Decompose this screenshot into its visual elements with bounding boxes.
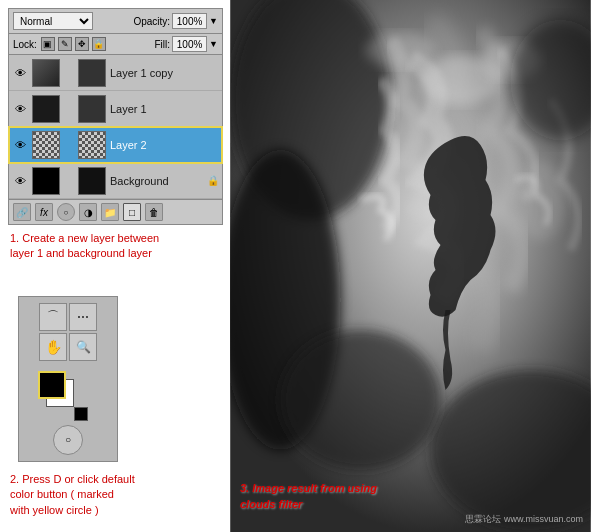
layers-toolbar: 🔗 fx ○ ◑ 📁 □ 🗑 bbox=[9, 199, 222, 224]
chain-layer1copy bbox=[64, 59, 74, 87]
layer-row-background[interactable]: 👁 Background 🔒 bbox=[9, 163, 222, 199]
eye-icon-layer1[interactable]: 👁 bbox=[12, 101, 28, 117]
layer-name-layer1copy: Layer 1 copy bbox=[110, 67, 173, 79]
ellipse-tool[interactable]: ○ bbox=[53, 425, 83, 455]
layer-row-layer1copy[interactable]: 👁 Layer 1 copy bbox=[9, 55, 222, 91]
adjustment-btn[interactable]: ◑ bbox=[79, 203, 97, 221]
lock-icons: ▣ ✎ ✥ 🔒 bbox=[41, 37, 106, 51]
caption-step3: 3. Image result from using clouds filter bbox=[240, 481, 377, 512]
step3-text: 3. Image result from using clouds filter bbox=[240, 482, 377, 509]
new-layer-btn[interactable]: □ bbox=[123, 203, 141, 221]
layers-panel: Normal Opacity: ▼ Lock: ▣ ✎ ✥ 🔒 Fill: ▼ bbox=[8, 8, 223, 225]
eye-icon-background[interactable]: 👁 bbox=[12, 173, 28, 189]
lock-transparency[interactable]: ▣ bbox=[41, 37, 55, 51]
opacity-input[interactable] bbox=[172, 13, 207, 29]
layer-name-layer1: Layer 1 bbox=[110, 103, 147, 115]
lock-label: Lock: bbox=[13, 39, 37, 50]
swatch-highlight bbox=[38, 371, 66, 399]
chain-background bbox=[64, 167, 74, 195]
chain-layer1 bbox=[64, 95, 74, 123]
step1-text: 1. Create a new layer between layer 1 an… bbox=[10, 232, 159, 259]
ellipse-icon: ○ bbox=[65, 434, 71, 445]
lock-icon-background: 🔒 bbox=[207, 175, 219, 186]
thumb2-layer1 bbox=[78, 95, 106, 123]
delete-layer-btn[interactable]: 🗑 bbox=[145, 203, 163, 221]
blend-mode-select[interactable]: Normal bbox=[13, 12, 93, 30]
right-panel: 3. Image result from using clouds filter… bbox=[230, 0, 591, 532]
thumb2-layer2 bbox=[78, 131, 106, 159]
lock-row: Lock: ▣ ✎ ✥ 🔒 Fill: ▼ bbox=[9, 34, 222, 55]
chain-layer2 bbox=[64, 131, 74, 159]
link-layers-btn[interactable]: 🔗 bbox=[13, 203, 31, 221]
fill-group: Fill: ▼ bbox=[155, 36, 218, 52]
thumb-layer2 bbox=[32, 131, 60, 159]
lock-all[interactable]: 🔒 bbox=[92, 37, 106, 51]
tools-section: ⌒ ⋯ ✋ 🔍 ○ bbox=[8, 278, 222, 462]
thumb-layer1 bbox=[32, 95, 60, 123]
opacity-label: Opacity: bbox=[133, 16, 170, 27]
opacity-group: Opacity: ▼ bbox=[133, 13, 218, 29]
layers-header: Normal Opacity: ▼ bbox=[9, 9, 222, 34]
default-colors-icon[interactable] bbox=[74, 407, 88, 421]
color-swatches bbox=[38, 371, 98, 421]
zoom-tool[interactable]: 🔍 bbox=[69, 333, 97, 361]
magic-wand-tool[interactable]: ⋯ bbox=[69, 303, 97, 331]
thumb-background bbox=[32, 167, 60, 195]
smoke-image bbox=[230, 0, 591, 532]
fx-btn[interactable]: fx bbox=[35, 203, 53, 221]
tools-panel: ⌒ ⋯ ✋ 🔍 ○ bbox=[18, 296, 118, 462]
layer-name-layer2: Layer 2 bbox=[110, 139, 147, 151]
hand-tool[interactable]: ✋ bbox=[39, 333, 67, 361]
eye-icon-layer2[interactable]: 👁 bbox=[12, 137, 28, 153]
svg-point-9 bbox=[281, 330, 441, 470]
group-btn[interactable]: 📁 bbox=[101, 203, 119, 221]
layer-row-layer1[interactable]: 👁 Layer 1 bbox=[9, 91, 222, 127]
eye-icon-layer1copy[interactable]: 👁 bbox=[12, 65, 28, 81]
step2-text: 2. Press D or click default color button… bbox=[10, 473, 135, 516]
layer-row-layer2[interactable]: 👁 Layer 2 bbox=[9, 127, 222, 163]
opacity-arrow[interactable]: ▼ bbox=[209, 16, 218, 26]
thumb2-background bbox=[78, 167, 106, 195]
instruction-step1: 1. Create a new layer between layer 1 an… bbox=[8, 231, 222, 262]
left-panel: Normal Opacity: ▼ Lock: ▣ ✎ ✥ 🔒 Fill: ▼ bbox=[0, 0, 230, 532]
lock-paint[interactable]: ✎ bbox=[58, 37, 72, 51]
fill-label: Fill: bbox=[155, 39, 171, 50]
thumb-layer1copy bbox=[32, 59, 60, 87]
mask-btn[interactable]: ○ bbox=[57, 203, 75, 221]
instruction-step2: 2. Press D or click default color button… bbox=[8, 472, 222, 518]
svg-point-6 bbox=[366, 32, 436, 68]
lasso-tool[interactable]: ⌒ bbox=[39, 303, 67, 331]
fill-input[interactable] bbox=[172, 36, 207, 52]
tools-grid: ⌒ ⋯ ✋ 🔍 bbox=[39, 303, 97, 361]
layer-name-background: Background bbox=[110, 175, 169, 187]
thumb2-layer1copy bbox=[78, 59, 106, 87]
lock-move[interactable]: ✥ bbox=[75, 37, 89, 51]
watermark: 思霖论坛 www.missvuan.com bbox=[465, 513, 583, 526]
fill-arrow[interactable]: ▼ bbox=[209, 39, 218, 49]
